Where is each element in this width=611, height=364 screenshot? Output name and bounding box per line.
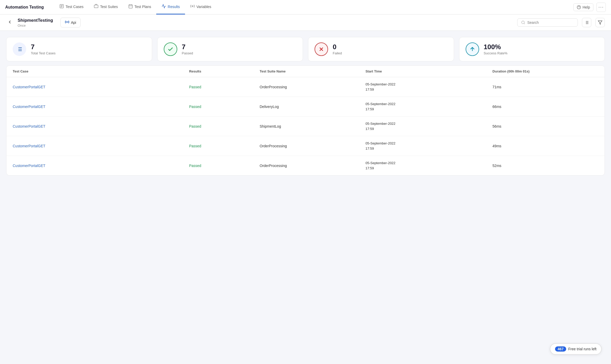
cell-time-3: 05-September-202217:59 xyxy=(365,141,492,151)
cell-duration-0: 71ms xyxy=(493,85,598,89)
svg-rect-5 xyxy=(129,5,132,8)
sub-header: ShipmentTesting Once Api xyxy=(0,14,611,31)
success-icon xyxy=(469,46,475,52)
total-label: Total Test Cases xyxy=(31,51,55,55)
back-icon xyxy=(7,19,12,25)
cell-result-1: Passed xyxy=(189,105,260,109)
cell-test-case-4[interactable]: CustomerPortalGET xyxy=(13,164,189,168)
cell-result-2: Passed xyxy=(189,124,260,128)
more-button[interactable]: ··· xyxy=(596,3,606,12)
nav-right: Help ··· xyxy=(573,3,606,12)
total-icon-wrap xyxy=(13,42,26,56)
svg-marker-21 xyxy=(598,21,602,24)
table-row: CustomerPortalGET Passed OrderProcessing… xyxy=(6,77,605,97)
cell-result-3: Passed xyxy=(189,144,260,148)
search-input[interactable] xyxy=(527,20,574,25)
test-plans-icon xyxy=(128,4,133,10)
svg-point-13 xyxy=(522,21,524,24)
help-button[interactable]: Help xyxy=(573,3,593,11)
passed-value: 7 xyxy=(182,43,193,50)
cell-test-case-1[interactable]: CustomerPortalGET xyxy=(13,105,189,109)
table-row: CustomerPortalGET Passed OrderProcessing… xyxy=(6,136,605,156)
results-table: Test Case Results Test Suite Name Start … xyxy=(6,65,605,176)
api-icon xyxy=(65,20,69,25)
success-label: Success Rate% xyxy=(484,51,508,55)
table-row: CustomerPortalGET Passed OrderProcessing… xyxy=(6,156,605,175)
table-row: CustomerPortalGET Passed ShipmentLog 05-… xyxy=(6,117,605,136)
success-value: 100% xyxy=(484,43,508,50)
svg-rect-4 xyxy=(94,5,98,8)
stat-info-passed: 7 Passed xyxy=(182,43,193,55)
back-button[interactable] xyxy=(6,18,13,27)
tab-variables-label: Variables xyxy=(196,5,211,9)
cell-suite-3: OrderProcessing xyxy=(260,144,365,148)
cell-time-2: 05-September-202217:59 xyxy=(365,121,492,131)
svg-point-9 xyxy=(192,6,193,7)
table-header: Test Case Results Test Suite Name Start … xyxy=(6,66,605,77)
success-icon-wrap xyxy=(466,42,479,56)
svg-line-14 xyxy=(524,23,525,24)
suite-frequency: Once xyxy=(18,24,53,27)
cell-suite-0: OrderProcessing xyxy=(260,85,365,89)
col-header-test-case: Test Case xyxy=(13,69,189,73)
cell-duration-3: 49ms xyxy=(493,144,598,148)
cell-test-case-0[interactable]: CustomerPortalGET xyxy=(13,85,189,89)
stat-info-failed: 0 Failed xyxy=(333,43,342,55)
filter-icon xyxy=(598,20,602,25)
filter-button[interactable] xyxy=(595,18,605,27)
cell-duration-1: 66ms xyxy=(493,105,598,109)
cell-suite-1: DeliveryLog xyxy=(260,105,365,109)
tab-test-suites[interactable]: Test Suites xyxy=(89,0,123,14)
cell-duration-2: 56ms xyxy=(493,124,598,128)
cell-time-4: 05-September-202217:59 xyxy=(365,161,492,171)
tab-results[interactable]: Results xyxy=(156,0,185,14)
tab-variables[interactable]: Variables xyxy=(185,0,216,14)
stat-card-success: 100% Success Rate% xyxy=(459,37,605,61)
results-icon xyxy=(161,4,166,10)
help-icon xyxy=(577,5,581,9)
test-cases-icon xyxy=(59,4,64,10)
nav-tabs: Test Cases Test Suites Test Plans Result… xyxy=(54,0,573,14)
stat-card-failed: 0 Failed xyxy=(308,37,454,61)
suite-name: ShipmentTesting xyxy=(18,18,53,23)
cell-time-0: 05-September-202217:59 xyxy=(365,82,492,92)
help-label: Help xyxy=(582,5,590,9)
cell-time-1: 05-September-202217:59 xyxy=(365,101,492,112)
app-brand: Automation Testing xyxy=(5,5,44,10)
tab-test-cases[interactable]: Test Cases xyxy=(54,0,89,14)
table-row: CustomerPortalGET Passed DeliveryLog 05-… xyxy=(6,97,605,117)
search-icon xyxy=(521,20,525,25)
total-value: 7 xyxy=(31,43,55,50)
cell-duration-4: 52ms xyxy=(493,164,598,168)
cell-result-0: Passed xyxy=(189,85,260,89)
cell-suite-2: ShipmentLog xyxy=(260,124,365,128)
search-box[interactable] xyxy=(517,18,578,27)
tab-test-plans[interactable]: Test Plans xyxy=(123,0,157,14)
col-header-suite-name: Test Suite Name xyxy=(260,69,365,73)
suite-info: ShipmentTesting Once xyxy=(18,18,53,27)
cell-test-case-3[interactable]: CustomerPortalGET xyxy=(13,144,189,148)
stat-card-passed: 7 Passed xyxy=(157,37,303,61)
stat-info-total: 7 Total Test Cases xyxy=(31,43,55,55)
failed-label: Failed xyxy=(333,51,342,55)
api-badge[interactable]: Api xyxy=(60,18,81,27)
tab-results-label: Results xyxy=(168,5,180,9)
col-header-start-time: Start Time xyxy=(365,69,492,73)
col-header-duration: Duration (00h 00m 01s) xyxy=(493,69,598,73)
col-header-results: Results xyxy=(189,69,260,73)
cell-result-4: Passed xyxy=(189,164,260,168)
test-suites-icon xyxy=(94,4,98,10)
tab-test-suites-label: Test Suites xyxy=(100,5,118,9)
more-icon: ··· xyxy=(598,4,604,10)
failed-icon xyxy=(318,46,324,52)
cell-test-case-2[interactable]: CustomerPortalGET xyxy=(13,124,189,128)
failed-icon-wrap xyxy=(315,42,328,56)
svg-point-12 xyxy=(67,22,67,23)
total-icon xyxy=(16,46,23,52)
tab-test-plans-label: Test Plans xyxy=(134,5,151,9)
sort-button[interactable] xyxy=(582,18,591,27)
failed-value: 0 xyxy=(333,43,342,50)
top-navigation: Automation Testing Test Cases Test Suite… xyxy=(0,0,611,14)
table-body: CustomerPortalGET Passed OrderProcessing… xyxy=(6,77,605,175)
api-label: Api xyxy=(71,20,76,25)
